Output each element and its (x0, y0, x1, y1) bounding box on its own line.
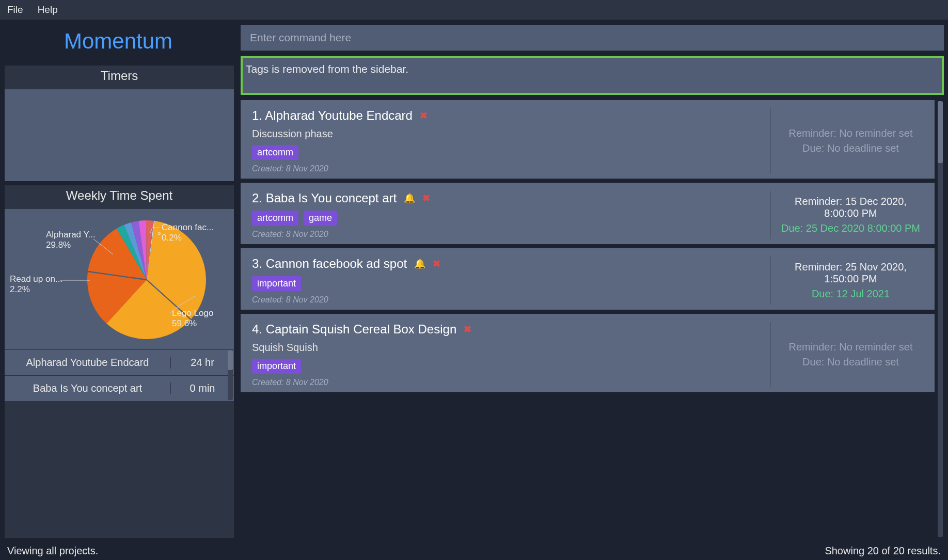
x-icon: ✖ (464, 324, 471, 335)
timer-name: Baba Is You concept art (5, 382, 171, 394)
weekly-pie-chart: Alpharad Y...29.8% Read up on...2.2% ∘ C… (5, 209, 234, 349)
project-due: Due: 25 Dec 2020 8:00:00 PM (781, 222, 920, 234)
project-title: 3. Cannon facebook ad spot (252, 257, 407, 271)
project-due: Due: No deadline set (802, 142, 899, 154)
timer-value: 0 min (171, 382, 234, 394)
timers-panel: Timers (4, 65, 234, 182)
timers-body (5, 89, 234, 181)
project-due: Due: No deadline set (802, 356, 899, 368)
menu-help[interactable]: Help (38, 4, 58, 15)
timer-name: Alpharad Youtube Endcard (5, 357, 171, 369)
tag[interactable]: game (304, 211, 337, 226)
main-area: Momentum Timers Weekly Time Spent (0, 20, 948, 541)
command-input[interactable] (241, 25, 944, 51)
status-left: Viewing all projects. (7, 545, 98, 557)
table-row[interactable]: Baba Is You concept art 0 min (5, 375, 234, 401)
table-row[interactable]: Alpharad Youtube Endcard 24 hr (5, 349, 234, 375)
pie-label-alpharad: Alpharad Y...29.8% (46, 230, 96, 250)
pie-label-cannon: ∘ Cannon fac...0.2% (162, 222, 214, 243)
project-card[interactable]: 2. Baba Is You concept art🔔✖artcommgameC… (241, 183, 935, 244)
project-card[interactable]: 4. Captain Squish Cereal Box Design✖Squi… (241, 314, 935, 392)
status-bar: Viewing all projects. Showing 20 of 20 r… (0, 541, 948, 560)
menu-file[interactable]: File (7, 4, 23, 15)
x-icon: ✖ (433, 258, 440, 269)
project-card[interactable]: 3. Cannon facebook ad spot🔔✖importantCre… (241, 248, 935, 310)
project-created: Created: 8 Nov 2020 (252, 378, 765, 387)
project-title: 4. Captain Squish Cereal Box Design (252, 322, 456, 337)
project-reminder: Reminder: No reminder set (788, 341, 912, 353)
tag[interactable]: important (252, 276, 301, 291)
project-due: Due: 12 Jul 2021 (812, 288, 890, 300)
project-reminder: Reminder: 15 Dec 2020, 8:00:00 PM (776, 196, 925, 219)
tag[interactable]: artcomm (252, 145, 298, 160)
sidebar: Momentum Timers Weekly Time Spent (0, 20, 236, 541)
project-list: 1. Alpharad Youtube Endcard✖Discussion p… (241, 100, 944, 538)
project-created: Created: 8 Nov 2020 (252, 164, 765, 173)
project-card[interactable]: 1. Alpharad Youtube Endcard✖Discussion p… (241, 100, 935, 179)
timer-scrollbar[interactable] (228, 350, 233, 400)
project-description: Discussion phase (252, 128, 765, 140)
timer-table: Alpharad Youtube Endcard 24 hr Baba Is Y… (5, 349, 234, 401)
project-reminder: Reminder: 25 Nov 2020, 1:50:00 PM (776, 261, 925, 285)
project-tags: important (252, 359, 765, 374)
weekly-header: Weekly Time Spent (5, 185, 234, 209)
bell-icon: 🔔 (404, 193, 415, 204)
status-right: Showing 20 of 20 results. (825, 545, 941, 557)
notice-banner: Tags is removed from the sidebar. (241, 56, 944, 95)
timers-header: Timers (5, 66, 234, 89)
timer-value: 24 hr (171, 357, 234, 369)
project-title: 2. Baba Is You concept art (252, 191, 397, 205)
x-icon: ✖ (420, 110, 428, 121)
pie-label-readup: Read up on...2.2% (10, 274, 62, 295)
bell-icon: 🔔 (414, 258, 425, 269)
x-icon: ✖ (422, 193, 430, 204)
project-tags: artcommgame (252, 211, 765, 226)
project-title: 1. Alpharad Youtube Endcard (252, 108, 413, 123)
tag[interactable]: important (252, 359, 301, 374)
project-created: Created: 8 Nov 2020 (252, 230, 765, 239)
app-title: Momentum (0, 20, 236, 65)
content-column: Tags is removed from the sidebar. 1. Alp… (236, 20, 948, 541)
project-reminder: Reminder: No reminder set (788, 127, 912, 139)
tag[interactable]: artcomm (252, 211, 298, 226)
project-scrollbar[interactable] (938, 101, 943, 537)
weekly-panel: Weekly Time Spent (4, 185, 234, 538)
timer-scroll-thumb[interactable] (228, 350, 233, 370)
menu-bar: File Help (0, 0, 948, 20)
project-created: Created: 8 Nov 2020 (252, 295, 765, 305)
project-scroll-thumb[interactable] (938, 101, 943, 163)
project-tags: artcomm (252, 145, 765, 160)
project-tags: important (252, 276, 765, 291)
project-description: Squish Squish (252, 342, 765, 354)
pie-label-lego: Lego Logo59.6% (172, 308, 213, 329)
